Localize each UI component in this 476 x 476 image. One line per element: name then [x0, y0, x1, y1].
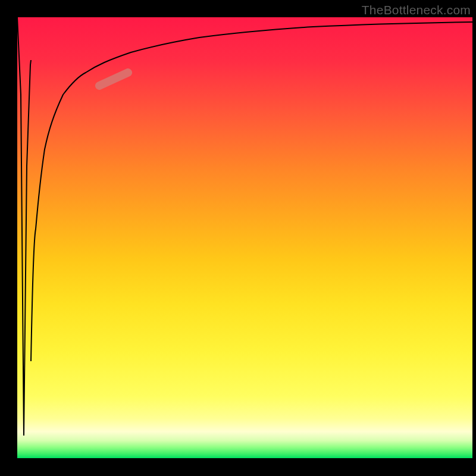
chart-svg	[17, 17, 472, 458]
spike-down-line	[17, 17, 31, 436]
attribution-label: TheBottleneck.com	[362, 3, 471, 17]
log-curve-line	[31, 22, 472, 361]
marker-highlight	[99, 73, 128, 86]
chart-canvas: TheBottleneck.com	[0, 0, 476, 476]
